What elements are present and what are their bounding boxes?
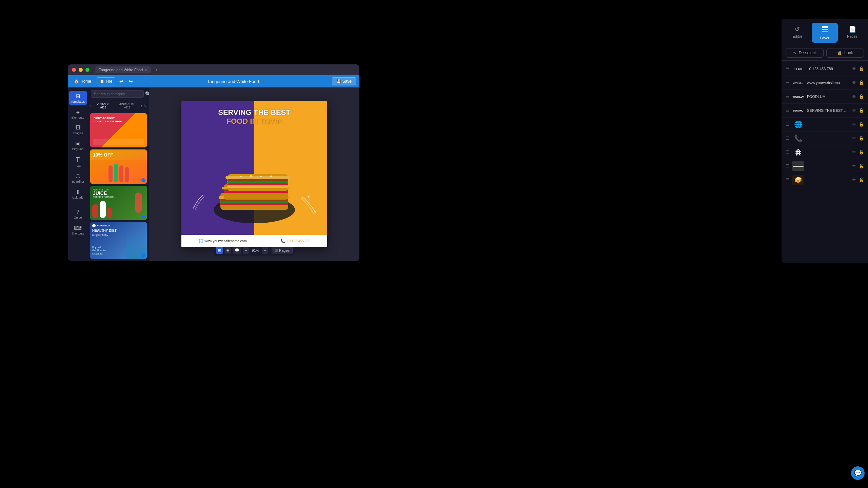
3d-icon: ⬡ xyxy=(76,173,80,179)
comment-button[interactable]: 💬 xyxy=(233,247,241,254)
drag-handle[interactable]: ☰ xyxy=(786,136,789,141)
file-button[interactable]: 📋 File xyxy=(97,77,115,85)
tag-minimalist-ads[interactable]: MINIMALIST ADS xyxy=(115,102,139,110)
sidebar-item-elements[interactable]: ◈ Elements xyxy=(69,107,87,121)
sidebar-item-guide[interactable]: ? Guide xyxy=(69,207,87,221)
layer-item-logo-icon[interactable]: ☰ 👁 🔓 xyxy=(782,145,868,159)
template-card-4[interactable]: VITAMICO HEALTHY DIETfor your baby Buy a… xyxy=(90,222,147,259)
layer-lock-logo-icon[interactable]: 🔓 xyxy=(859,150,864,155)
layer-item-serving[interactable]: ☰ SERVING SERVING THE BEST FOO 👁 🔓 xyxy=(782,104,868,118)
drag-handle[interactable]: ☰ xyxy=(786,66,789,71)
save-button[interactable]: 💾 Save xyxy=(332,77,356,85)
grid-view-button[interactable]: ⊞ xyxy=(216,247,223,254)
tab-pages[interactable]: 📄 Pages xyxy=(839,23,865,43)
svg-rect-6 xyxy=(220,201,288,203)
sidebar-item-text[interactable]: T Text xyxy=(69,154,87,169)
sidebar-item-images[interactable]: 🖼 Images xyxy=(69,123,87,137)
document-title: Tangerine and White Food xyxy=(137,79,329,84)
layer-lock-phone-icon[interactable]: 🔓 xyxy=(859,136,864,141)
sidebar-item-background[interactable]: ▣ Bkgrund xyxy=(69,138,87,153)
drag-handle[interactable]: ☰ xyxy=(786,94,789,99)
home-button[interactable]: 🏠 Home xyxy=(71,78,94,85)
layer-eye-phone-icon[interactable]: 👁 xyxy=(852,136,856,141)
layer-item-globe[interactable]: ☰ 🌐 👁 🔓 xyxy=(782,118,868,131)
chat-button[interactable]: 💬 xyxy=(851,466,865,480)
layer-eye-website-text[interactable]: 👁 xyxy=(852,80,856,85)
layer-lock-sandwich[interactable]: 🔓 xyxy=(859,178,864,182)
layer-item-phone-icon[interactable]: ☰ 📞 👁 🔓 xyxy=(782,131,868,145)
pages-tab-label: Pages xyxy=(847,34,857,38)
layer-lock-foodlum[interactable]: 🔓 xyxy=(859,94,864,99)
layer-eye-globe[interactable]: 👁 xyxy=(852,122,856,127)
layer-lock-globe[interactable]: 🔓 xyxy=(859,122,864,127)
layer-lock-serving[interactable]: 🔓 xyxy=(859,108,864,113)
layer-item-phone-text[interactable]: ☰ +0 123 +0 123 456 789 👁 🔓 xyxy=(782,62,868,76)
layer-item-divider[interactable]: ☰ 👁 🔓 xyxy=(782,159,868,173)
zoom-level: 91% xyxy=(250,248,260,253)
drag-handle[interactable]: ☰ xyxy=(786,122,789,127)
tab-close-icon[interactable]: × xyxy=(145,68,147,72)
undo-button[interactable]: ↩ xyxy=(118,79,125,84)
deco-lines-right xyxy=(300,191,317,217)
traffic-light-red[interactable] xyxy=(72,68,76,72)
left-sidebar: ⊞ Templates ◈ Elements 🖼 Images ▣ Bkgrun… xyxy=(68,87,88,261)
nav-prev-arrow[interactable]: ‹ xyxy=(90,103,92,108)
sidebar-item-templates[interactable]: ⊞ Templates xyxy=(69,91,87,105)
canvas-area: SERVING THE BEST FOOD IN TOWN xyxy=(149,87,359,261)
sidebar-item-3d[interactable]: ⬡ 3D Editor xyxy=(69,171,87,185)
deselect-label: De-select xyxy=(798,50,816,55)
poster-food-image xyxy=(200,159,309,227)
drag-handle[interactable]: ☰ xyxy=(786,108,789,113)
layer-eye-phone-text[interactable]: 👁 xyxy=(852,66,856,71)
template-card-2[interactable]: 10% OFF xyxy=(90,149,147,184)
drag-handle[interactable]: ☰ xyxy=(786,164,789,168)
design-canvas[interactable]: SERVING THE BEST FOOD IN TOWN xyxy=(181,101,327,247)
layer-eye-serving[interactable]: 👁 xyxy=(852,108,856,113)
layer-name-website-text: www.yourwebsitena xyxy=(807,81,849,85)
lock-button[interactable]: 🔒 Lock xyxy=(826,48,864,58)
deselect-button[interactable]: ↖ De-select xyxy=(786,48,824,58)
globe-icon: 🌐 xyxy=(198,239,203,243)
svg-rect-23 xyxy=(822,29,828,30)
drag-handle[interactable]: ☰ xyxy=(786,178,789,182)
pages-button[interactable]: ⊞ Pages xyxy=(272,246,293,254)
traffic-light-yellow[interactable] xyxy=(79,68,83,72)
tab-editor[interactable]: ↺ Editor xyxy=(784,23,810,43)
layer-eye-divider[interactable]: 👁 xyxy=(852,164,856,168)
layer-item-website-text[interactable]: ☰ www.yo... www.yourwebsitena 👁 🔓 xyxy=(782,76,868,90)
layer-lock-phone-text[interactable]: 🔓 xyxy=(859,66,864,71)
template-card-3[interactable]: NUTRITION JUICE FRESH & NATURAL xyxy=(90,186,147,220)
layer-lock-website-text[interactable]: 🔓 xyxy=(859,80,864,85)
drag-handle[interactable]: ☰ xyxy=(786,150,789,155)
layer-lock-divider[interactable]: 🔓 xyxy=(859,164,864,168)
badge-blue-2 xyxy=(141,178,145,182)
zoom-out-button[interactable]: − xyxy=(243,247,249,254)
zoom-in-button[interactable]: + xyxy=(262,247,268,254)
svg-rect-22 xyxy=(822,26,828,28)
expand-button[interactable]: ⤡ xyxy=(143,103,147,108)
template-card-1[interactable]: FIGHT AGAINSTCOVID-19 TOGETHER xyxy=(90,113,147,147)
sidebar-label-elements: Elements xyxy=(72,116,84,119)
tag-vintage-ads[interactable]: VINTAGE ADS xyxy=(93,102,114,110)
sidebar-item-shortcuts[interactable]: ⌨ Shortcuts xyxy=(69,223,87,237)
home-label: Home xyxy=(80,79,91,84)
search-input[interactable] xyxy=(91,90,144,98)
template-nav: ‹ VINTAGE ADS MINIMALIST ADS › ⤡ xyxy=(88,100,149,111)
layer-item-sandwich[interactable]: ☰ 🥪 👁 🔓 xyxy=(782,173,868,187)
tab-layer[interactable]: Layer xyxy=(812,23,838,43)
browser-tab[interactable]: Tangerine and White Food × xyxy=(95,66,151,73)
layer-eye-foodlum[interactable]: 👁 xyxy=(852,94,856,99)
layer-thumb-phone-text: +0 123 xyxy=(792,64,804,74)
nav-next-arrow[interactable]: › xyxy=(141,103,142,108)
traffic-light-green[interactable] xyxy=(85,68,90,72)
drag-handle[interactable]: ☰ xyxy=(786,80,789,85)
layer-item-foodlum[interactable]: ☰ FOODLUM FOODLUM 👁 🔓 xyxy=(782,90,868,104)
layer-thumb-divider xyxy=(792,161,804,171)
eraser-button[interactable]: ◈ xyxy=(224,247,231,254)
redo-button[interactable]: ↪ xyxy=(127,79,134,84)
sidebar-item-uploads[interactable]: ⬆ Uploads xyxy=(69,187,87,201)
layer-eye-sandwich[interactable]: 👁 xyxy=(852,178,856,182)
badge-blue-4 xyxy=(141,253,145,258)
layer-eye-logo-icon[interactable]: 👁 xyxy=(852,150,856,155)
new-tab-button[interactable]: + xyxy=(155,67,158,73)
